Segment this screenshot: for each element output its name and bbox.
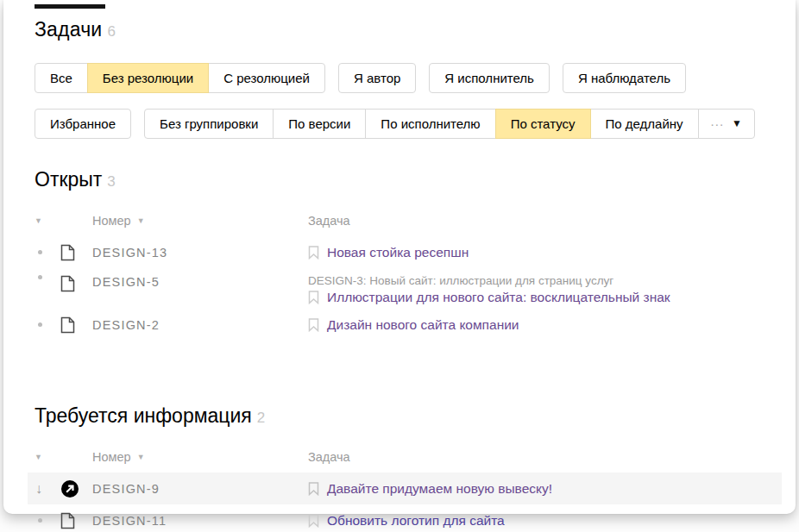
task-type-icon bbox=[60, 512, 92, 529]
task-key-link[interactable]: DESIGN-11 bbox=[92, 514, 308, 528]
filter-no-resolution-button[interactable]: Без резолюции bbox=[87, 63, 209, 93]
bookmark-icon[interactable] bbox=[308, 514, 319, 528]
column-header-number-label: Номер bbox=[92, 450, 131, 464]
filter-i-am-assignee-button[interactable]: Я исполнитель bbox=[429, 63, 550, 93]
group-by-version-button[interactable]: По версии bbox=[273, 109, 366, 139]
priority-dot-icon bbox=[38, 250, 42, 254]
filter-i-am-author-button[interactable]: Я автор bbox=[338, 63, 416, 93]
section-info-required-title: Требуется информация2 bbox=[35, 404, 770, 428]
table-header: ▼ Номер▼ Задача bbox=[35, 448, 770, 466]
section-open-title: Открыт3 bbox=[35, 168, 770, 191]
task-key-link[interactable]: DESIGN-5 bbox=[92, 275, 308, 289]
group-by-status-button[interactable]: По статусу bbox=[495, 109, 591, 139]
bookmark-icon[interactable] bbox=[308, 482, 319, 496]
task-row-design-5[interactable]: DESIGN-5 DESIGN-3: Новый сайт: иллюстрац… bbox=[35, 268, 770, 309]
section-info-required-count: 2 bbox=[257, 410, 265, 426]
column-header-number[interactable]: Номер▼ bbox=[92, 214, 308, 228]
section-info-required-title-text: Требуется информация bbox=[35, 404, 252, 427]
section-info-required: Требуется информация2 ▼ Номер▼ Задача ↓ … bbox=[35, 404, 770, 532]
bookmark-icon[interactable] bbox=[308, 291, 319, 304]
sort-caret-icon[interactable]: ▼ bbox=[137, 216, 145, 225]
priority-down-arrow-icon: ↓ bbox=[35, 482, 42, 496]
section-open: Открыт3 ▼ Номер▼ Задача DESIGN-13 Новая … bbox=[35, 168, 770, 341]
more-groupings-button[interactable]: ...▼ bbox=[698, 109, 755, 139]
grouping-filter-row: Избранное Без группировки По версии По и… bbox=[35, 109, 770, 139]
collapse-section-icon[interactable]: ▼ bbox=[35, 453, 42, 461]
collapse-section-icon[interactable]: ▼ bbox=[35, 216, 42, 225]
task-key-link[interactable]: DESIGN-2 bbox=[92, 318, 308, 332]
task-key-link[interactable]: DESIGN-13 bbox=[92, 246, 308, 260]
section-open-title-text: Открыт bbox=[35, 168, 102, 191]
task-type-icon bbox=[60, 316, 92, 334]
column-header-number-label: Номер bbox=[92, 214, 131, 228]
chevron-down-icon: ▼ bbox=[732, 110, 742, 138]
filter-i-am-follower-button[interactable]: Я наблюдатель bbox=[563, 63, 686, 93]
page-title: Задачи6 bbox=[35, 18, 770, 41]
priority-dot-icon bbox=[38, 322, 42, 327]
filter-all-button[interactable]: Все bbox=[35, 63, 88, 93]
task-row-design-2[interactable]: DESIGN-2 Дизайн нового сайта компании bbox=[35, 309, 770, 341]
task-title-link[interactable]: Иллюстрации для нового сайта: восклицате… bbox=[327, 289, 670, 305]
task-type-icon bbox=[60, 244, 92, 261]
task-row-design-9[interactable]: ↓ DESIGN-9 Давайте придумаем новую вывес… bbox=[28, 473, 782, 504]
resolution-filter-row: Все Без резолюции С резолюцией Я автор Я… bbox=[35, 63, 770, 93]
active-tab-indicator bbox=[35, 4, 105, 9]
task-title-link[interactable]: Давайте придумаем новую вывеску! bbox=[327, 480, 552, 497]
bookmark-icon[interactable] bbox=[308, 318, 319, 332]
task-title-link[interactable]: Обновить логотип для сайта bbox=[327, 512, 505, 529]
task-row-design-11[interactable]: DESIGN-11 Обновить логотип для сайта bbox=[35, 504, 770, 532]
tasks-panel: Задачи6 Все Без резолюции С резолюцией Я… bbox=[3, 0, 796, 514]
table-header: ▼ Номер▼ Задача bbox=[35, 212, 770, 229]
bookmark-icon[interactable] bbox=[308, 246, 319, 260]
group-by-assignee-button[interactable]: По исполнителю bbox=[365, 109, 495, 139]
ellipsis-icon: ... bbox=[711, 107, 725, 135]
section-open-count: 3 bbox=[107, 173, 115, 190]
column-header-number[interactable]: Номер▼ bbox=[92, 450, 308, 464]
sort-caret-icon[interactable]: ▼ bbox=[137, 453, 145, 461]
priority-dot-icon bbox=[38, 518, 42, 523]
column-header-task: Задача bbox=[308, 214, 770, 228]
table-body-info-required: ↓ DESIGN-9 Давайте придумаем новую вывес… bbox=[35, 473, 770, 532]
favorites-button[interactable]: Избранное bbox=[35, 109, 131, 139]
grouping-filter-group: Без группировки По версии По исполнителю… bbox=[144, 109, 755, 139]
parent-task-reference: DESIGN-3: Новый сайт: иллюстрации для ст… bbox=[308, 273, 770, 288]
page-title-text: Задачи bbox=[35, 18, 102, 41]
task-title-link[interactable]: Новая стойка ресепшн bbox=[327, 244, 469, 260]
task-type-icon bbox=[60, 275, 92, 292]
task-row-design-13[interactable]: DESIGN-13 Новая стойка ресепшн bbox=[35, 236, 770, 268]
task-title-link[interactable]: Дизайн нового сайта компании bbox=[327, 316, 519, 333]
column-header-task: Задача bbox=[308, 450, 770, 464]
page-title-count: 6 bbox=[107, 23, 116, 40]
table-body-open: DESIGN-13 Новая стойка ресепшн DESIGN-5 … bbox=[35, 236, 770, 341]
task-key-link[interactable]: DESIGN-9 bbox=[92, 482, 308, 496]
group-by-deadline-button[interactable]: По дедлайну bbox=[590, 109, 699, 139]
priority-dot-icon bbox=[38, 275, 42, 279]
task-type-improvement-icon bbox=[60, 479, 92, 498]
resolution-filter-group: Все Без резолюции С резолюцией bbox=[35, 63, 325, 93]
filter-with-resolution-button[interactable]: С резолюцией bbox=[208, 63, 325, 93]
group-none-button[interactable]: Без группировки bbox=[144, 109, 274, 139]
